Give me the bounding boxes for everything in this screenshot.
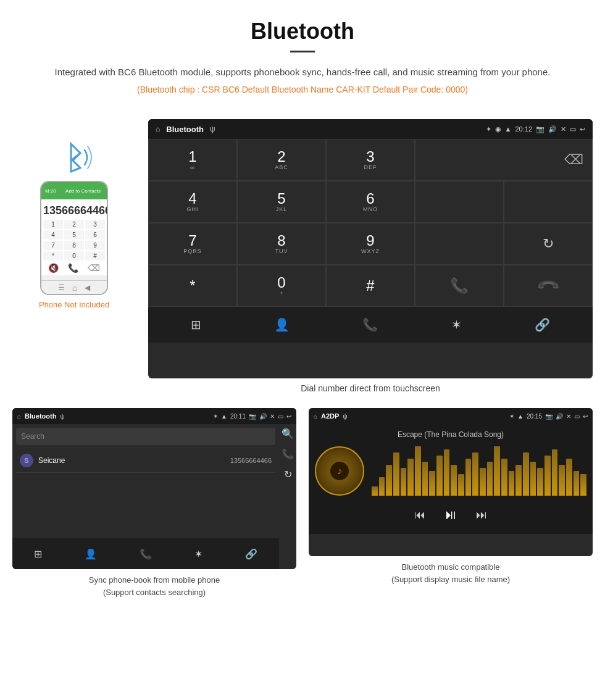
pb-right-phone[interactable]: 📞	[282, 448, 294, 460]
contact-row[interactable]: S Seicane 13566664466	[16, 449, 275, 473]
key-1[interactable]: 1 ∞	[148, 139, 237, 181]
pb-vol[interactable]: 🔊	[259, 413, 267, 420]
viz-bar	[552, 449, 558, 496]
pb-title: Bluetooth	[25, 412, 56, 420]
album-art-area: ♪	[315, 446, 586, 496]
a2dp-home-icon[interactable]: ⌂	[314, 413, 317, 420]
pb-signal: ▲	[221, 413, 227, 420]
nav-phone-icon[interactable]: 📞	[362, 317, 378, 332]
viz-bar	[415, 446, 421, 496]
screen-title: Bluetooth	[166, 125, 204, 134]
a2dp-screen[interactable]: ▭	[574, 413, 580, 420]
pb-right-search[interactable]: 🔍	[282, 428, 294, 440]
usb-icon: ψ	[210, 125, 215, 133]
viz-bar	[465, 459, 472, 496]
key-3[interactable]: 3 DEF	[326, 139, 415, 181]
viz-bar	[458, 474, 464, 496]
pb-nav-phone[interactable]: 📞	[140, 548, 152, 560]
pb-home-icon[interactable]: ⌂	[17, 413, 21, 420]
a2dp-statusbar: ⌂ A2DP ψ ✶ ▲ 20:15 📷 🔊 ✕ ▭ ↩	[309, 408, 593, 424]
pb-close[interactable]: ✕	[270, 413, 275, 420]
pb-nav-keypad[interactable]: ⊞	[34, 548, 42, 560]
key-7[interactable]: 7 PQRS	[148, 223, 237, 265]
status-right: ✶ ◉ ▲ 20:12 📷 🔊 ✕ ▭ ↩	[486, 125, 585, 133]
key-8[interactable]: 8 TUV	[237, 223, 326, 265]
a2dp-title: A2DP	[321, 412, 339, 420]
key-0[interactable]: 0 +	[237, 265, 326, 307]
pb-screen[interactable]: ▭	[278, 413, 283, 420]
key-5[interactable]: 5 JKL	[237, 181, 326, 223]
nav-bluetooth-icon[interactable]: ✶	[451, 317, 462, 332]
pb-right-refresh[interactable]: ↻	[284, 469, 292, 480]
contact-avatar: S	[20, 454, 33, 467]
volume-icon[interactable]: 🔊	[548, 125, 557, 133]
bluetooth-specs: (Bluetooth chip : CSR BC6 Default Blueto…	[37, 85, 568, 94]
viz-bar	[494, 446, 500, 496]
prev-button[interactable]: ⏮	[414, 509, 425, 522]
a2dp-screenshot-item: ⌂ A2DP ψ ✶ ▲ 20:15 📷 🔊 ✕ ▭ ↩ Escape (The…	[309, 408, 593, 598]
pb-nav-link[interactable]: 🔗	[245, 548, 257, 560]
empty-cell-r2c4	[415, 181, 504, 223]
page-title: Bluetooth	[37, 19, 568, 44]
phonebook-area: Search S Seicane 13566664466 ⊞ 👤	[12, 424, 296, 569]
search-bar[interactable]: Search	[16, 428, 275, 445]
a2dp-vol[interactable]: 🔊	[556, 413, 563, 420]
phonebook-screen: ⌂ Bluetooth ψ ✶ ▲ 20:11 📷 🔊 ✕ ▭ ↩	[12, 408, 296, 569]
close-icon[interactable]: ✕	[561, 125, 566, 133]
phone-bottom-bar: ☰ ⌂ ◀	[41, 280, 107, 294]
phone-screen-content: 13566664466 123 456 789 *0# 🔇 📞 ⌫	[41, 199, 107, 275]
empty-cell-r2c5	[504, 181, 593, 223]
album-art-inner: ♪	[330, 462, 349, 480]
nav-link-icon[interactable]: 🔗	[535, 317, 550, 332]
pb-time: 20:11	[230, 413, 246, 420]
location-icon: ◉	[495, 125, 501, 133]
a2dp-back[interactable]: ↩	[583, 413, 588, 420]
phone-top-bar: M:20 Add to Contacts	[41, 182, 107, 199]
pb-back[interactable]: ↩	[286, 413, 291, 420]
viz-bar	[401, 468, 407, 496]
refresh-button[interactable]: ↻	[504, 223, 593, 265]
a2dp-cam[interactable]: 📷	[545, 413, 553, 420]
key-6[interactable]: 6 MNO	[326, 181, 415, 223]
screen-icon[interactable]: ▭	[570, 125, 576, 133]
next-button[interactable]: ⏭	[476, 509, 487, 522]
pb-bt-icon: ✶	[213, 413, 218, 420]
search-bar-container: Search	[16, 428, 275, 445]
nav-contacts-icon[interactable]: 👤	[274, 317, 290, 332]
music-note-icon: ♪	[337, 465, 342, 477]
a2dp-content: Escape (The Pina Colada Song) ♪ ⏮ ⏯ ⏭	[309, 424, 593, 534]
nav-keypad-icon[interactable]: ⊞	[191, 317, 201, 332]
a2dp-screen: ⌂ A2DP ψ ✶ ▲ 20:15 📷 🔊 ✕ ▭ ↩ Escape (The…	[309, 408, 593, 556]
dial-caption: Dial number direct from touchscreen	[148, 378, 593, 396]
viz-bar	[451, 465, 457, 496]
play-pause-button[interactable]: ⏯	[444, 507, 457, 523]
key-2[interactable]: 2 ABC	[237, 139, 326, 181]
key-9[interactable]: 9 WXYZ	[326, 223, 415, 265]
viz-bar	[544, 456, 551, 496]
backspace-icon[interactable]: ⌫	[564, 152, 583, 168]
viz-bar	[566, 459, 572, 496]
title-divider	[290, 51, 315, 52]
call-button[interactable]: 📞	[415, 265, 504, 307]
viz-bar	[523, 452, 529, 496]
key-4[interactable]: 4 GHI	[148, 181, 237, 223]
viz-bar	[574, 471, 580, 496]
pb-cam[interactable]: 📷	[249, 413, 256, 420]
phone-mockup: M:20 Add to Contacts 13566664466 123 456…	[40, 181, 108, 295]
viz-bar	[422, 462, 428, 496]
home-icon[interactable]: ⌂	[156, 125, 160, 133]
a2dp-close[interactable]: ✕	[566, 413, 571, 420]
display-backspace[interactable]: ⌫	[415, 139, 593, 181]
bluetooth-waves-icon	[49, 138, 99, 178]
end-call-button[interactable]: 📞	[504, 265, 593, 307]
contact-number: 13566664466	[230, 457, 272, 464]
pb-nav-bluetooth[interactable]: ✶	[194, 548, 202, 560]
viz-bar	[530, 462, 536, 496]
key-star[interactable]: *	[148, 265, 237, 307]
key-hash[interactable]: #	[326, 265, 415, 307]
back-icon[interactable]: ↩	[580, 125, 585, 133]
camera-icon[interactable]: 📷	[536, 125, 544, 133]
pb-nav-contacts[interactable]: 👤	[85, 548, 97, 560]
playback-controls: ⏮ ⏯ ⏭	[414, 502, 487, 528]
viz-bar	[559, 465, 565, 496]
